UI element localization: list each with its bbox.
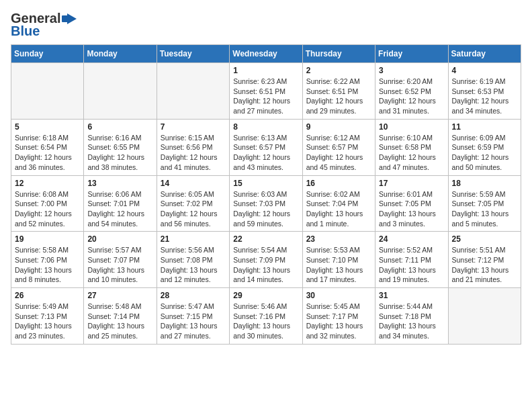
day-number: 5: [15, 122, 80, 132]
day-info: Sunrise: 6:15 AM Sunset: 6:56 PM Dayligh…: [161, 133, 226, 173]
calendar-day-cell: 13Sunrise: 6:06 AM Sunset: 7:01 PM Dayli…: [84, 175, 157, 232]
logo-blue-text: Blue: [11, 24, 40, 39]
calendar-day-cell: 21Sunrise: 5:56 AM Sunset: 7:08 PM Dayli…: [157, 232, 229, 288]
day-number: 2: [306, 66, 371, 75]
day-number: 20: [87, 234, 152, 244]
calendar-week-row: 19Sunrise: 5:58 AM Sunset: 7:06 PM Dayli…: [11, 232, 521, 288]
day-info: Sunrise: 6:03 AM Sunset: 7:03 PM Dayligh…: [233, 189, 298, 229]
calendar-day-cell: 24Sunrise: 5:52 AM Sunset: 7:11 PM Dayli…: [375, 232, 448, 288]
day-info: Sunrise: 6:10 AM Sunset: 6:58 PM Dayligh…: [379, 133, 444, 173]
day-info: Sunrise: 6:16 AM Sunset: 6:55 PM Dayligh…: [87, 133, 152, 173]
day-info: Sunrise: 6:08 AM Sunset: 7:00 PM Dayligh…: [15, 189, 80, 229]
calendar-day-cell: 11Sunrise: 6:09 AM Sunset: 6:59 PM Dayli…: [448, 119, 521, 175]
calendar-day-cell: 31Sunrise: 5:44 AM Sunset: 7:18 PM Dayli…: [375, 288, 448, 345]
day-info: Sunrise: 5:54 AM Sunset: 7:09 PM Dayligh…: [233, 245, 298, 285]
calendar-day-cell: 8Sunrise: 6:13 AM Sunset: 6:57 PM Daylig…: [230, 119, 302, 175]
day-info: Sunrise: 6:23 AM Sunset: 6:51 PM Dayligh…: [233, 77, 298, 116]
day-info: Sunrise: 5:49 AM Sunset: 7:13 PM Dayligh…: [15, 302, 80, 341]
calendar-week-row: 26Sunrise: 5:49 AM Sunset: 7:13 PM Dayli…: [11, 288, 521, 345]
day-number: 11: [452, 122, 517, 132]
day-info: Sunrise: 6:18 AM Sunset: 6:54 PM Dayligh…: [15, 133, 80, 173]
svg-marker-0: [67, 13, 77, 24]
day-number: 3: [379, 66, 444, 75]
calendar-day-cell: 10Sunrise: 6:10 AM Sunset: 6:58 PM Dayli…: [375, 119, 448, 175]
day-number: 14: [161, 179, 226, 188]
day-info: Sunrise: 5:46 AM Sunset: 7:16 PM Dayligh…: [233, 302, 298, 341]
day-of-week-header: Sunday: [11, 45, 84, 63]
calendar-day-cell: 29Sunrise: 5:46 AM Sunset: 7:16 PM Dayli…: [230, 288, 302, 345]
calendar-day-cell: 7Sunrise: 6:15 AM Sunset: 6:56 PM Daylig…: [157, 119, 229, 175]
day-info: Sunrise: 5:56 AM Sunset: 7:08 PM Dayligh…: [161, 245, 226, 285]
day-of-week-header: Friday: [375, 45, 448, 63]
calendar-day-cell: [11, 63, 84, 120]
day-number: 7: [161, 122, 226, 132]
logo: General Blue: [11, 11, 77, 39]
day-info: Sunrise: 6:02 AM Sunset: 7:04 PM Dayligh…: [306, 189, 371, 229]
calendar-day-cell: [84, 63, 157, 120]
day-number: 9: [306, 122, 371, 132]
day-info: Sunrise: 5:45 AM Sunset: 7:17 PM Dayligh…: [306, 302, 371, 341]
day-number: 12: [15, 179, 80, 188]
day-number: 29: [233, 291, 298, 300]
day-number: 16: [306, 179, 371, 188]
calendar-day-cell: [448, 288, 521, 345]
logo-icon: [62, 12, 77, 26]
calendar-day-cell: 2Sunrise: 6:22 AM Sunset: 6:51 PM Daylig…: [302, 63, 375, 120]
day-info: Sunrise: 5:51 AM Sunset: 7:12 PM Dayligh…: [452, 245, 517, 285]
day-number: 4: [452, 66, 517, 75]
day-info: Sunrise: 5:48 AM Sunset: 7:14 PM Dayligh…: [87, 302, 152, 341]
calendar-day-cell: 22Sunrise: 5:54 AM Sunset: 7:09 PM Dayli…: [230, 232, 302, 288]
day-number: 15: [233, 179, 298, 188]
day-info: Sunrise: 6:06 AM Sunset: 7:01 PM Dayligh…: [87, 189, 152, 229]
calendar-day-cell: 30Sunrise: 5:45 AM Sunset: 7:17 PM Dayli…: [302, 288, 375, 345]
day-number: 13: [87, 179, 152, 188]
day-info: Sunrise: 5:44 AM Sunset: 7:18 PM Dayligh…: [379, 302, 444, 341]
day-number: 1: [233, 66, 298, 75]
calendar-day-cell: 20Sunrise: 5:57 AM Sunset: 7:07 PM Dayli…: [84, 232, 157, 288]
day-of-week-header: Monday: [84, 45, 157, 63]
day-number: 26: [15, 291, 80, 300]
day-info: Sunrise: 5:47 AM Sunset: 7:15 PM Dayligh…: [161, 302, 226, 341]
day-number: 24: [379, 234, 444, 244]
day-info: Sunrise: 6:19 AM Sunset: 6:53 PM Dayligh…: [452, 77, 517, 116]
day-info: Sunrise: 6:09 AM Sunset: 6:59 PM Dayligh…: [452, 133, 517, 173]
calendar-day-cell: 28Sunrise: 5:47 AM Sunset: 7:15 PM Dayli…: [157, 288, 229, 345]
calendar-day-cell: 5Sunrise: 6:18 AM Sunset: 6:54 PM Daylig…: [11, 119, 84, 175]
calendar-header-row: SundayMondayTuesdayWednesdayThursdayFrid…: [11, 45, 521, 63]
day-of-week-header: Tuesday: [157, 45, 229, 63]
day-info: Sunrise: 5:57 AM Sunset: 7:07 PM Dayligh…: [87, 245, 152, 285]
calendar-day-cell: 3Sunrise: 6:20 AM Sunset: 6:52 PM Daylig…: [375, 63, 448, 120]
calendar-day-cell: 26Sunrise: 5:49 AM Sunset: 7:13 PM Dayli…: [11, 288, 84, 345]
day-info: Sunrise: 5:59 AM Sunset: 7:05 PM Dayligh…: [452, 189, 517, 229]
calendar-day-cell: 17Sunrise: 6:01 AM Sunset: 7:05 PM Dayli…: [375, 175, 448, 232]
calendar-day-cell: 27Sunrise: 5:48 AM Sunset: 7:14 PM Dayli…: [84, 288, 157, 345]
day-number: 17: [379, 179, 444, 188]
calendar-day-cell: [157, 63, 229, 120]
calendar-day-cell: 14Sunrise: 6:05 AM Sunset: 7:02 PM Dayli…: [157, 175, 229, 232]
svg-rect-1: [62, 15, 69, 22]
day-number: 19: [15, 234, 80, 244]
day-info: Sunrise: 5:52 AM Sunset: 7:11 PM Dayligh…: [379, 245, 444, 285]
calendar-day-cell: 16Sunrise: 6:02 AM Sunset: 7:04 PM Dayli…: [302, 175, 375, 232]
day-number: 31: [379, 291, 444, 300]
header: General Blue: [11, 11, 521, 39]
day-info: Sunrise: 6:13 AM Sunset: 6:57 PM Dayligh…: [233, 133, 298, 173]
day-info: Sunrise: 6:20 AM Sunset: 6:52 PM Dayligh…: [379, 77, 444, 116]
day-of-week-header: Wednesday: [230, 45, 302, 63]
day-info: Sunrise: 6:05 AM Sunset: 7:02 PM Dayligh…: [161, 189, 226, 229]
calendar-day-cell: 18Sunrise: 5:59 AM Sunset: 7:05 PM Dayli…: [448, 175, 521, 232]
day-info: Sunrise: 6:22 AM Sunset: 6:51 PM Dayligh…: [306, 77, 371, 116]
calendar-table: SundayMondayTuesdayWednesdayThursdayFrid…: [11, 44, 521, 345]
calendar-day-cell: 9Sunrise: 6:12 AM Sunset: 6:57 PM Daylig…: [302, 119, 375, 175]
day-number: 25: [452, 234, 517, 244]
day-info: Sunrise: 5:53 AM Sunset: 7:10 PM Dayligh…: [306, 245, 371, 285]
day-number: 18: [452, 179, 517, 188]
calendar-week-row: 5Sunrise: 6:18 AM Sunset: 6:54 PM Daylig…: [11, 119, 521, 175]
calendar-day-cell: 4Sunrise: 6:19 AM Sunset: 6:53 PM Daylig…: [448, 63, 521, 120]
calendar-day-cell: 6Sunrise: 6:16 AM Sunset: 6:55 PM Daylig…: [84, 119, 157, 175]
calendar-week-row: 12Sunrise: 6:08 AM Sunset: 7:00 PM Dayli…: [11, 175, 521, 232]
calendar-day-cell: 19Sunrise: 5:58 AM Sunset: 7:06 PM Dayli…: [11, 232, 84, 288]
day-info: Sunrise: 6:12 AM Sunset: 6:57 PM Dayligh…: [306, 133, 371, 173]
day-of-week-header: Saturday: [448, 45, 521, 63]
day-info: Sunrise: 6:01 AM Sunset: 7:05 PM Dayligh…: [379, 189, 444, 229]
